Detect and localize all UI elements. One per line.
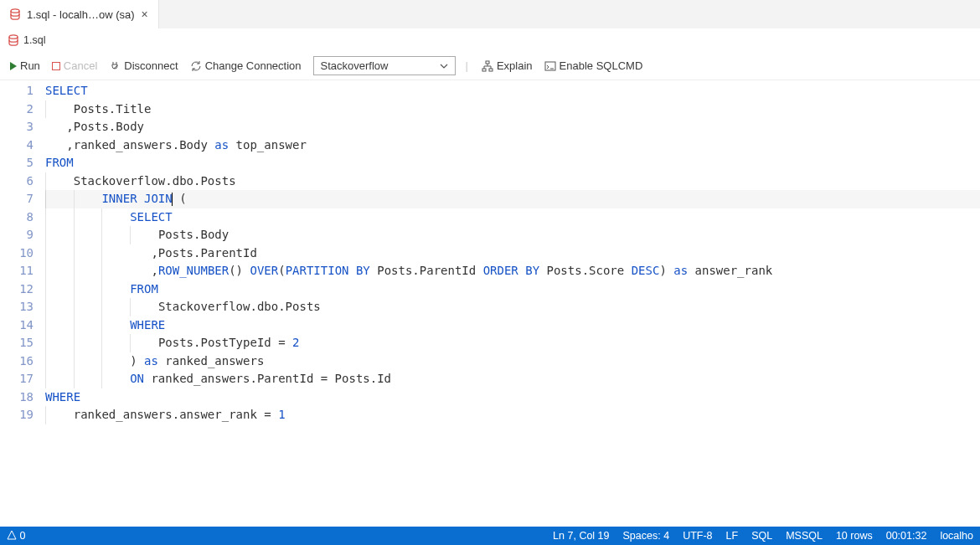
disconnect-button[interactable]: Disconnect	[106, 58, 181, 74]
svg-point-1	[9, 35, 18, 39]
enable-sqlcmd-button[interactable]: Enable SQLCMD	[541, 58, 647, 74]
line-number: 6	[0, 172, 34, 191]
provider[interactable]: MSSQL	[786, 530, 823, 542]
code-line[interactable]: Posts.Body	[45, 226, 980, 244]
breadcrumb[interactable]: 1.sql	[0, 28, 980, 52]
indent-guide	[45, 406, 46, 424]
code-line[interactable]: INNER JOIN (	[45, 190, 980, 208]
stop-icon	[52, 62, 60, 70]
tab-title: 1.sql - localh…ow (sa)	[27, 8, 135, 21]
indent-guide	[130, 334, 131, 352]
code-line[interactable]: FROM	[45, 154, 980, 172]
code-line[interactable]: ON ranked_answers.ParentId = Posts.Id	[45, 370, 980, 388]
indent-guide	[45, 280, 46, 299]
editor-tab-row: 1.sql - localh…ow (sa) ×	[0, 0, 980, 28]
indent-guide	[45, 262, 46, 280]
code-line[interactable]: SELECT	[45, 208, 980, 227]
encoding[interactable]: UTF-8	[683, 530, 712, 542]
indent-guide	[45, 352, 46, 371]
code-line[interactable]: ,Posts.Body	[45, 118, 980, 136]
play-icon	[10, 62, 17, 70]
indent-guide	[130, 298, 131, 316]
line-number: 3	[0, 118, 34, 136]
code-line[interactable]: SELECT	[45, 82, 980, 100]
problems-badge[interactable]: 0	[7, 530, 25, 542]
line-number: 5	[0, 154, 34, 172]
code-line[interactable]: Stackoverflow.dbo.Posts	[45, 172, 980, 191]
indent-guide	[45, 316, 46, 335]
indent-guide	[101, 262, 102, 280]
indent-guide	[74, 316, 75, 335]
line-number: 11	[0, 262, 34, 280]
code-line[interactable]: ranked_answers.answer_rank = 1	[45, 406, 980, 424]
database-select[interactable]: Stackoverflow	[313, 56, 456, 75]
editor-tab[interactable]: 1.sql - localh…ow (sa) ×	[0, 0, 159, 28]
code-line[interactable]: Posts.PostTypeId = 2	[45, 334, 980, 352]
line-number: 7	[0, 190, 34, 208]
indent-guide	[45, 370, 46, 388]
line-number: 15	[0, 334, 34, 352]
indent-guide	[74, 334, 75, 352]
code-line[interactable]: ,Posts.ParentId	[45, 244, 980, 263]
indent-guide	[45, 208, 46, 227]
plug-icon	[109, 60, 121, 72]
status-bar: 0 Ln 7, Col 19 Spaces: 4 UTF-8 LF SQL MS…	[0, 527, 980, 545]
code-line[interactable]: FROM	[45, 280, 980, 299]
eol[interactable]: LF	[726, 530, 739, 542]
code-line[interactable]: Posts.Title	[45, 100, 980, 119]
indent-guide	[45, 172, 46, 191]
toolbar: Run Cancel Disconnect Change Connection …	[0, 52, 980, 80]
indent-guide	[74, 352, 75, 371]
language-mode[interactable]: SQL	[751, 530, 772, 542]
row-count[interactable]: 10 rows	[836, 530, 873, 542]
indent-guide	[74, 298, 75, 316]
code-line[interactable]: WHERE	[45, 316, 980, 335]
cursor-position[interactable]: Ln 7, Col 19	[553, 530, 609, 542]
host[interactable]: localho	[940, 530, 973, 542]
terminal-icon	[544, 60, 556, 72]
indent-guide	[101, 352, 102, 371]
line-number-gutter: 12345678910111213141516171819	[0, 80, 45, 527]
indent-guide	[74, 244, 75, 263]
code-line[interactable]: ,ranked_answers.Body as top_answer	[45, 136, 980, 155]
indent-setting[interactable]: Spaces: 4	[623, 530, 670, 542]
refresh-icon	[190, 60, 202, 72]
run-button[interactable]: Run	[7, 58, 44, 74]
code-line[interactable]: ) as ranked_answers	[45, 352, 980, 371]
cancel-button[interactable]: Cancel	[49, 58, 101, 74]
line-number: 12	[0, 280, 34, 299]
indent-guide	[45, 226, 46, 244]
indent-guide	[101, 280, 102, 299]
line-number: 16	[0, 352, 34, 371]
line-number: 14	[0, 316, 34, 335]
elapsed-time[interactable]: 00:01:32	[886, 530, 927, 542]
line-number: 10	[0, 244, 34, 263]
db-icon	[8, 34, 18, 46]
db-icon	[10, 8, 20, 20]
database-select-value: Stackoverflow	[321, 59, 389, 72]
diagram-icon	[482, 60, 493, 72]
explain-button[interactable]: Explain	[478, 58, 536, 74]
svg-rect-4	[489, 69, 493, 71]
code-line[interactable]: WHERE	[45, 388, 980, 407]
code-line[interactable]: ,ROW_NUMBER() OVER(PARTITION BY Posts.Pa…	[45, 262, 980, 280]
indent-guide	[74, 262, 75, 280]
indent-guide	[101, 298, 102, 316]
code-area[interactable]: SELECT Posts.Title ,Posts.Body ,ranked_a…	[45, 80, 980, 527]
line-number: 4	[0, 136, 34, 155]
indent-guide	[101, 334, 102, 352]
svg-rect-3	[482, 69, 486, 71]
code-editor[interactable]: 12345678910111213141516171819 SELECT Pos…	[0, 80, 980, 527]
sqlcmd-label: Enable SQLCMD	[560, 59, 643, 72]
indent-guide	[45, 100, 46, 119]
indent-guide	[45, 334, 46, 352]
breadcrumb-label: 1.sql	[23, 34, 45, 46]
code-line[interactable]: Stackoverflow.dbo.Posts	[45, 298, 980, 316]
indent-guide	[74, 190, 75, 208]
close-icon[interactable]: ×	[142, 8, 148, 21]
line-number: 13	[0, 298, 34, 316]
indent-guide	[101, 316, 102, 335]
change-connection-button[interactable]: Change Connection	[187, 58, 305, 74]
line-number: 1	[0, 82, 34, 100]
line-number: 18	[0, 388, 34, 407]
